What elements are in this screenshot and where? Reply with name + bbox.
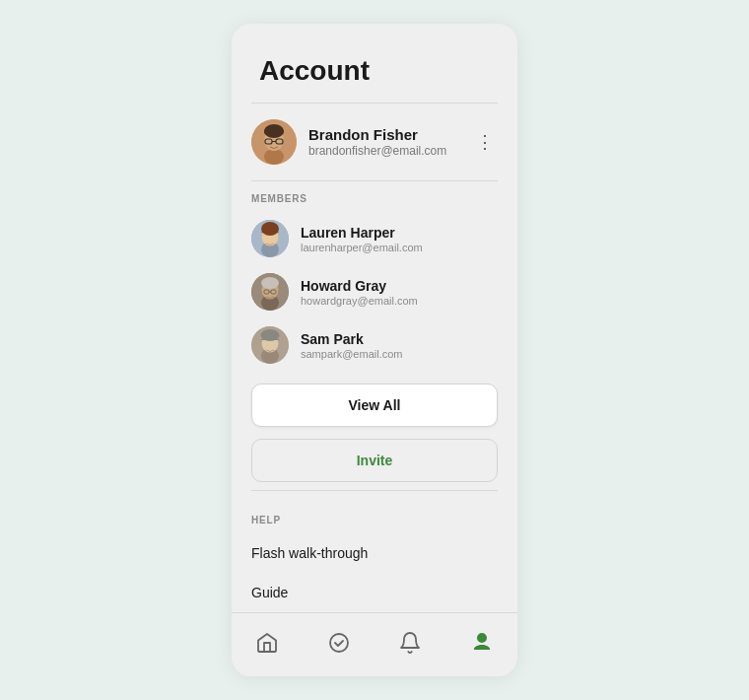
member-text-sam: Sam Park sampark@email.com: [301, 331, 402, 360]
help-section: HELP Flash walk-through Guide: [232, 491, 517, 612]
help-item-flash[interactable]: Flash walk-through: [232, 533, 517, 573]
member-text-howard: Howard Gray howardgray@email.com: [301, 278, 418, 307]
member-row-sam: Sam Park sampark@email.com: [232, 318, 517, 372]
avatar-howard: [251, 273, 289, 311]
help-section-label: HELP: [232, 503, 517, 533]
person-icon: [470, 631, 494, 655]
account-card: Account: [232, 24, 517, 676]
owner-name: Brandon Fisher: [308, 126, 446, 143]
member-text-lauren: Lauren Harper laurenharper@email.com: [301, 225, 423, 253]
nav-tasks-button[interactable]: [321, 625, 357, 661]
member-row-lauren: Lauren Harper laurenharper@email.com: [232, 212, 517, 265]
bell-icon: [398, 631, 422, 655]
owner-email: brandonfisher@email.com: [308, 144, 446, 158]
avatar-brandon: [251, 119, 297, 165]
view-all-button[interactable]: View All: [251, 384, 498, 427]
member-email-howard: howardgray@email.com: [301, 295, 418, 307]
nav-home-button[interactable]: [249, 625, 285, 661]
owner-info: Brandon Fisher brandonfisher@email.com: [251, 119, 446, 165]
help-item-guide[interactable]: Guide: [232, 573, 517, 612]
page-title: Account: [259, 55, 490, 87]
members-section-label: MEMBERS: [232, 181, 517, 212]
owner-text: Brandon Fisher brandonfisher@email.com: [308, 126, 446, 158]
invite-button[interactable]: Invite: [251, 439, 498, 482]
bottom-nav: [232, 612, 517, 676]
title-section: Account: [232, 24, 517, 103]
more-options-button[interactable]: ⋮: [472, 129, 498, 155]
avatar-sam: [251, 326, 289, 364]
member-name-howard: Howard Gray: [301, 278, 418, 294]
svg-point-15: [261, 277, 279, 289]
member-name-sam: Sam Park: [301, 331, 402, 347]
check-circle-icon: [327, 631, 351, 655]
member-email-sam: sampark@email.com: [301, 348, 402, 360]
nav-account-button[interactable]: [464, 625, 500, 661]
member-name-lauren: Lauren Harper: [301, 225, 423, 241]
nav-notifications-button[interactable]: [392, 625, 428, 661]
member-row-howard: Howard Gray howardgray@email.com: [232, 265, 517, 318]
svg-point-1: [264, 149, 284, 165]
home-icon: [255, 631, 279, 655]
svg-rect-4: [264, 129, 284, 134]
svg-point-23: [330, 634, 348, 652]
owner-section: Brandon Fisher brandonfisher@email.com ⋮: [232, 104, 517, 180]
card-body: Account: [232, 24, 517, 612]
avatar-lauren: [251, 220, 289, 257]
member-email-lauren: laurenharper@email.com: [301, 242, 423, 253]
